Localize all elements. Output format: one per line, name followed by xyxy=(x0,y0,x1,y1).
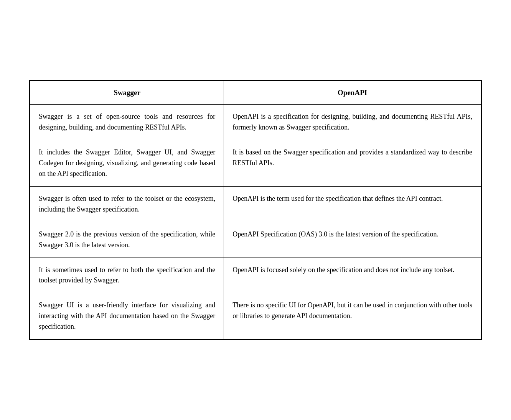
cell-swagger-3: Swagger 2.0 is the previous version of t… xyxy=(30,222,224,258)
cell-openapi-0: OpenAPI is a specification for designing… xyxy=(224,105,481,140)
cell-swagger-2: Swagger is often used to refer to the to… xyxy=(30,186,224,222)
table-row: Swagger UI is a user-friendly interface … xyxy=(30,293,481,340)
cell-swagger-4: It is sometimes used to refer to both th… xyxy=(30,258,224,293)
cell-openapi-3: OpenAPI Specification (OAS) 3.0 is the l… xyxy=(224,222,481,258)
table-row: It includes the Swagger Editor, Swagger … xyxy=(30,140,481,187)
table-row: Swagger is a set of open-source tools an… xyxy=(30,105,481,140)
cell-openapi-4: OpenAPI is focused solely on the specifi… xyxy=(224,258,481,293)
table-header-row: Swagger OpenAPI xyxy=(30,81,481,105)
table-row: Swagger 2.0 is the previous version of t… xyxy=(30,222,481,258)
cell-openapi-5: There is no specific UI for OpenAPI, but… xyxy=(224,293,481,340)
cell-openapi-1: It is based on the Swagger specification… xyxy=(224,140,481,187)
comparison-table: Swagger OpenAPI Swagger is a set of open… xyxy=(30,80,481,340)
table-row: It is sometimes used to refer to both th… xyxy=(30,258,481,293)
header-swagger: Swagger xyxy=(30,81,224,105)
comparison-table-container: Swagger OpenAPI Swagger is a set of open… xyxy=(29,80,482,340)
header-openapi: OpenAPI xyxy=(224,81,481,105)
cell-swagger-1: It includes the Swagger Editor, Swagger … xyxy=(30,140,224,187)
table-row: Swagger is often used to refer to the to… xyxy=(30,186,481,222)
cell-openapi-2: OpenAPI is the term used for the specifi… xyxy=(224,186,481,222)
cell-swagger-5: Swagger UI is a user-friendly interface … xyxy=(30,293,224,340)
cell-swagger-0: Swagger is a set of open-source tools an… xyxy=(30,105,224,140)
